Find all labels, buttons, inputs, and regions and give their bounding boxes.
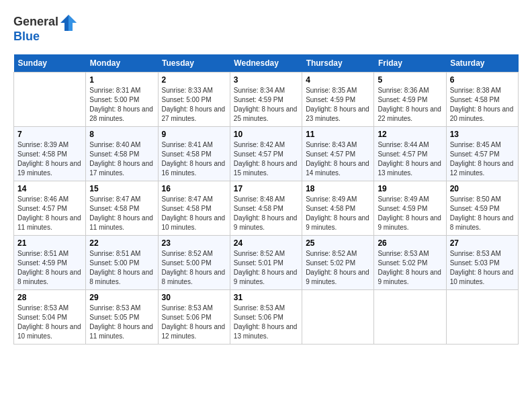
calendar-cell: 12Sunrise: 8:44 AMSunset: 4:57 PMDayligh… bbox=[374, 127, 446, 181]
weekday-header-monday: Monday bbox=[86, 54, 158, 73]
calendar-cell: 20Sunrise: 8:50 AMSunset: 4:59 PMDayligh… bbox=[446, 181, 518, 236]
day-number: 21 bbox=[17, 238, 82, 248]
svg-marker-1 bbox=[69, 15, 77, 31]
day-info: Sunrise: 8:53 AMSunset: 5:06 PMDaylight:… bbox=[162, 304, 226, 341]
day-number: 8 bbox=[89, 130, 154, 139]
day-number: 15 bbox=[89, 184, 154, 193]
calendar-cell: 11Sunrise: 8:43 AMSunset: 4:57 PMDayligh… bbox=[302, 127, 374, 181]
day-number: 31 bbox=[234, 293, 298, 302]
day-number: 30 bbox=[162, 293, 226, 302]
calendar-cell: 24Sunrise: 8:52 AMSunset: 5:01 PMDayligh… bbox=[230, 236, 302, 290]
day-number: 4 bbox=[306, 75, 370, 85]
day-info: Sunrise: 8:52 AMSunset: 5:01 PMDaylight:… bbox=[234, 249, 298, 287]
weekday-header-wednesday: Wednesday bbox=[230, 54, 302, 73]
day-info: Sunrise: 8:49 AMSunset: 4:58 PMDaylight:… bbox=[306, 195, 370, 232]
logo-icon bbox=[59, 13, 78, 32]
day-info: Sunrise: 8:31 AMSunset: 5:00 PMDaylight:… bbox=[89, 86, 154, 124]
day-info: Sunrise: 8:51 AMSunset: 4:59 PMDaylight:… bbox=[17, 249, 82, 287]
day-info: Sunrise: 8:38 AMSunset: 4:58 PMDaylight:… bbox=[450, 86, 515, 124]
day-info: Sunrise: 8:41 AMSunset: 4:58 PMDaylight:… bbox=[162, 140, 226, 178]
day-info: Sunrise: 8:35 AMSunset: 4:59 PMDaylight:… bbox=[306, 86, 370, 124]
day-info: Sunrise: 8:44 AMSunset: 4:57 PMDaylight:… bbox=[378, 140, 442, 178]
day-number: 29 bbox=[89, 293, 154, 302]
day-number: 20 bbox=[450, 184, 515, 193]
calendar-cell: 2Sunrise: 8:33 AMSunset: 5:00 PMDaylight… bbox=[158, 73, 230, 127]
day-info: Sunrise: 8:53 AMSunset: 5:03 PMDaylight:… bbox=[450, 249, 515, 287]
day-number: 2 bbox=[162, 75, 226, 85]
calendar-cell: 16Sunrise: 8:47 AMSunset: 4:58 PMDayligh… bbox=[158, 181, 230, 236]
day-number: 18 bbox=[306, 184, 370, 193]
week-row-5: 28Sunrise: 8:53 AMSunset: 5:04 PMDayligh… bbox=[14, 290, 519, 345]
day-number: 12 bbox=[378, 130, 442, 139]
day-number: 25 bbox=[306, 238, 370, 248]
calendar-cell: 1Sunrise: 8:31 AMSunset: 5:00 PMDaylight… bbox=[86, 73, 158, 127]
weekday-header-row: SundayMondayTuesdayWednesdayThursdayFrid… bbox=[14, 54, 519, 73]
weekday-header-tuesday: Tuesday bbox=[158, 54, 230, 73]
week-row-4: 21Sunrise: 8:51 AMSunset: 4:59 PMDayligh… bbox=[14, 236, 519, 290]
day-number: 10 bbox=[234, 130, 298, 139]
day-number: 9 bbox=[162, 130, 226, 139]
calendar-cell: 23Sunrise: 8:52 AMSunset: 5:00 PMDayligh… bbox=[158, 236, 230, 290]
day-info: Sunrise: 8:36 AMSunset: 4:59 PMDaylight:… bbox=[378, 86, 442, 124]
calendar-cell: 9Sunrise: 8:41 AMSunset: 4:58 PMDaylight… bbox=[158, 127, 230, 181]
calendar-cell: 15Sunrise: 8:47 AMSunset: 4:58 PMDayligh… bbox=[86, 181, 158, 236]
day-info: Sunrise: 8:47 AMSunset: 4:58 PMDaylight:… bbox=[162, 195, 226, 232]
day-number: 22 bbox=[89, 238, 154, 248]
day-info: Sunrise: 8:53 AMSunset: 5:02 PMDaylight:… bbox=[378, 249, 442, 287]
calendar-cell: 17Sunrise: 8:48 AMSunset: 4:58 PMDayligh… bbox=[230, 181, 302, 236]
day-number: 6 bbox=[450, 75, 515, 85]
day-number: 14 bbox=[17, 184, 82, 193]
calendar-cell: 28Sunrise: 8:53 AMSunset: 5:04 PMDayligh… bbox=[14, 290, 86, 345]
calendar-cell: 31Sunrise: 8:53 AMSunset: 5:06 PMDayligh… bbox=[230, 290, 302, 345]
day-number: 7 bbox=[17, 130, 82, 139]
day-number: 23 bbox=[162, 238, 226, 248]
calendar-cell: 22Sunrise: 8:51 AMSunset: 5:00 PMDayligh… bbox=[86, 236, 158, 290]
calendar-cell: 4Sunrise: 8:35 AMSunset: 4:59 PMDaylight… bbox=[302, 73, 374, 127]
day-number: 5 bbox=[378, 75, 442, 85]
day-info: Sunrise: 8:39 AMSunset: 4:58 PMDaylight:… bbox=[17, 140, 82, 178]
calendar-cell: 21Sunrise: 8:51 AMSunset: 4:59 PMDayligh… bbox=[14, 236, 86, 290]
calendar-cell: 6Sunrise: 8:38 AMSunset: 4:58 PMDaylight… bbox=[446, 73, 518, 127]
calendar-cell: 19Sunrise: 8:49 AMSunset: 4:59 PMDayligh… bbox=[374, 181, 446, 236]
day-info: Sunrise: 8:46 AMSunset: 4:57 PMDaylight:… bbox=[17, 195, 82, 232]
day-number: 3 bbox=[234, 75, 298, 85]
weekday-header-friday: Friday bbox=[374, 54, 446, 73]
calendar-cell: 13Sunrise: 8:45 AMSunset: 4:57 PMDayligh… bbox=[446, 127, 518, 181]
calendar-cell: 27Sunrise: 8:53 AMSunset: 5:03 PMDayligh… bbox=[446, 236, 518, 290]
calendar-cell bbox=[446, 290, 518, 345]
week-row-3: 14Sunrise: 8:46 AMSunset: 4:57 PMDayligh… bbox=[14, 181, 519, 236]
day-info: Sunrise: 8:48 AMSunset: 4:58 PMDaylight:… bbox=[234, 195, 298, 232]
day-info: Sunrise: 8:53 AMSunset: 5:05 PMDaylight:… bbox=[89, 304, 154, 341]
day-number: 13 bbox=[450, 130, 515, 139]
day-number: 19 bbox=[378, 184, 442, 193]
weekday-header-saturday: Saturday bbox=[446, 54, 518, 73]
calendar-cell: 29Sunrise: 8:53 AMSunset: 5:05 PMDayligh… bbox=[86, 290, 158, 345]
week-row-2: 7Sunrise: 8:39 AMSunset: 4:58 PMDaylight… bbox=[14, 127, 519, 181]
calendar-cell: 30Sunrise: 8:53 AMSunset: 5:06 PMDayligh… bbox=[158, 290, 230, 345]
day-info: Sunrise: 8:51 AMSunset: 5:00 PMDaylight:… bbox=[89, 249, 154, 287]
calendar-cell bbox=[302, 290, 374, 345]
day-info: Sunrise: 8:52 AMSunset: 5:00 PMDaylight:… bbox=[162, 249, 226, 287]
weekday-header-thursday: Thursday bbox=[302, 54, 374, 73]
calendar-cell: 25Sunrise: 8:52 AMSunset: 5:02 PMDayligh… bbox=[302, 236, 374, 290]
calendar-cell: 10Sunrise: 8:42 AMSunset: 4:57 PMDayligh… bbox=[230, 127, 302, 181]
logo: General Blue bbox=[13, 13, 79, 44]
day-number: 16 bbox=[162, 184, 226, 193]
calendar-cell: 26Sunrise: 8:53 AMSunset: 5:02 PMDayligh… bbox=[374, 236, 446, 290]
calendar-cell: 5Sunrise: 8:36 AMSunset: 4:59 PMDaylight… bbox=[374, 73, 446, 127]
calendar-table: SundayMondayTuesdayWednesdayThursdayFrid… bbox=[13, 54, 519, 345]
calendar-cell: 8Sunrise: 8:40 AMSunset: 4:58 PMDaylight… bbox=[86, 127, 158, 181]
day-info: Sunrise: 8:50 AMSunset: 4:59 PMDaylight:… bbox=[450, 195, 515, 232]
calendar-cell: 3Sunrise: 8:34 AMSunset: 4:59 PMDaylight… bbox=[230, 73, 302, 127]
calendar-cell bbox=[374, 290, 446, 345]
page-header: General Blue bbox=[13, 13, 519, 44]
calendar-cell: 18Sunrise: 8:49 AMSunset: 4:58 PMDayligh… bbox=[302, 181, 374, 236]
day-info: Sunrise: 8:42 AMSunset: 4:57 PMDaylight:… bbox=[234, 140, 298, 178]
day-number: 24 bbox=[234, 238, 298, 248]
day-info: Sunrise: 8:47 AMSunset: 4:58 PMDaylight:… bbox=[89, 195, 154, 232]
calendar-cell: 14Sunrise: 8:46 AMSunset: 4:57 PMDayligh… bbox=[14, 181, 86, 236]
day-number: 17 bbox=[234, 184, 298, 193]
day-info: Sunrise: 8:53 AMSunset: 5:06 PMDaylight:… bbox=[234, 304, 298, 341]
week-row-1: 1Sunrise: 8:31 AMSunset: 5:00 PMDaylight… bbox=[14, 73, 519, 127]
day-info: Sunrise: 8:53 AMSunset: 5:04 PMDaylight:… bbox=[17, 304, 82, 341]
